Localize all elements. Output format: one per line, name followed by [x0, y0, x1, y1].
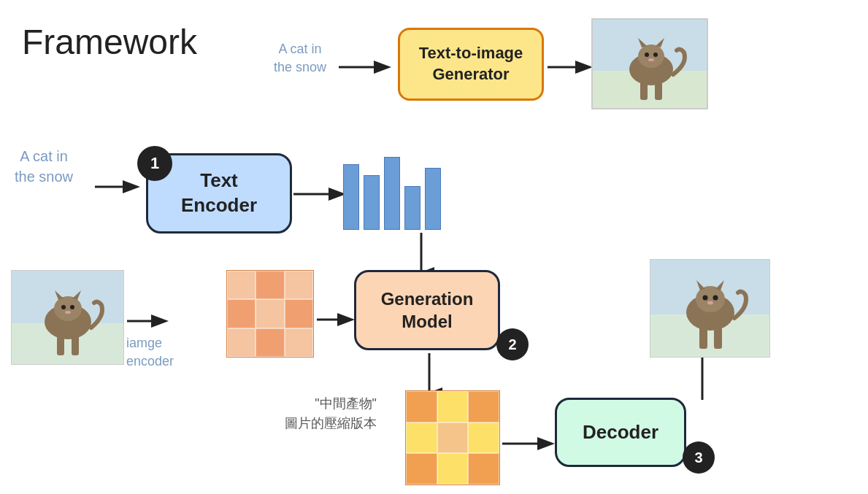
- pixel-cell-left: [285, 271, 313, 299]
- svg-point-19: [54, 296, 82, 321]
- svg-point-5: [638, 45, 664, 68]
- arrow-generator-to-cat: [546, 58, 597, 76]
- embedding-bar: [384, 157, 400, 230]
- svg-rect-25: [57, 335, 64, 355]
- arrow-compressed-to-decoder: [501, 435, 559, 452]
- pixel-cell-left: [227, 271, 256, 299]
- decoder-box: Decoder: [555, 398, 686, 467]
- circle-step-1: 1: [137, 146, 172, 181]
- svg-point-9: [653, 53, 658, 57]
- pixel-cell-left: [227, 299, 256, 328]
- pixel-cell-left: [227, 328, 256, 357]
- pixel-cell-right: [468, 422, 499, 454]
- pixel-cell-right: [437, 391, 469, 422]
- svg-point-24: [65, 311, 71, 314]
- arrow-encoder-to-bars: [292, 185, 350, 203]
- text-to-image-generator-box: Text-to-image Generator: [398, 28, 544, 101]
- svg-rect-12: [655, 82, 662, 100]
- embedding-bar: [404, 186, 420, 230]
- svg-point-39: [713, 296, 718, 301]
- embedding-bar: [364, 175, 380, 230]
- pixel-cell-right: [406, 391, 437, 422]
- image-encoder-label: iamge encoder: [126, 334, 174, 371]
- circle-step-3: 3: [683, 441, 715, 474]
- framework-title: Framework: [22, 22, 197, 62]
- embedding-bar: [343, 164, 359, 230]
- arrow-text-to-encoder: [93, 178, 145, 196]
- svg-point-10: [648, 58, 654, 61]
- pixel-cell-right: [468, 391, 499, 422]
- pixel-cell-left: [256, 328, 284, 357]
- embedding-bar: [425, 168, 441, 230]
- svg-point-22: [61, 305, 66, 309]
- svg-point-23: [70, 305, 74, 309]
- pixel-cell-left: [285, 299, 313, 328]
- pixel-cell-right: [437, 422, 469, 454]
- top-text-input: A cat in the snow: [274, 40, 326, 77]
- svg-point-40: [707, 301, 713, 305]
- pixel-cell-right: [437, 453, 469, 485]
- arrow-pixelgrid-to-genmodel: [315, 311, 359, 328]
- diagram-container: Framework A cat in the snow Text-to-imag…: [0, 0, 868, 494]
- gen-model-box: Generation Model: [354, 270, 500, 350]
- pixel-cell-left: [256, 299, 284, 328]
- svg-rect-41: [699, 327, 707, 349]
- pixel-grid-input: [226, 270, 314, 358]
- circle-step-2: 2: [496, 328, 529, 360]
- pixel-cell-right: [406, 453, 437, 485]
- chinese-label: "中間產物" 圖片的壓縮版本: [285, 394, 377, 433]
- svg-rect-26: [72, 335, 79, 355]
- embedding-bars: [343, 153, 441, 230]
- pixel-cell-left: [285, 328, 313, 357]
- cat-image-bottom-left: [11, 270, 124, 365]
- arrow-cat-to-img-encoder: [126, 312, 173, 330]
- arrow-text-to-generator: [337, 58, 396, 76]
- cat-image-top: [591, 18, 708, 109]
- pixel-grid-compressed: [405, 390, 500, 485]
- pixel-cell-right: [406, 422, 437, 454]
- svg-point-38: [703, 296, 708, 301]
- pixel-cell-left: [256, 271, 284, 299]
- svg-rect-11: [640, 82, 648, 100]
- mid-text-input: A cat in the snow: [15, 146, 73, 187]
- svg-point-8: [645, 53, 649, 57]
- pixel-cell-right: [468, 453, 499, 485]
- cat-image-output: [650, 259, 770, 358]
- svg-rect-42: [714, 327, 722, 349]
